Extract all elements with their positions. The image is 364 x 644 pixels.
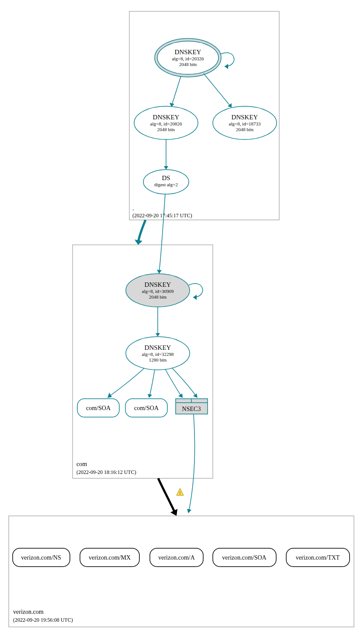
edge-com-ksk-selfloop bbox=[189, 283, 203, 297]
node-verizon-txt: verizon.com/TXT bbox=[286, 548, 350, 567]
svg-marker-24 bbox=[193, 295, 197, 300]
edge-ds-comksk bbox=[159, 194, 165, 273]
node-com-soa2: com/SOA bbox=[125, 399, 167, 417]
svg-text:alg=8, id=20826: alg=8, id=20826 bbox=[150, 121, 182, 126]
svg-text:DNSKEY: DNSKEY bbox=[232, 114, 258, 121]
svg-text:alg=8, id=18733: alg=8, id=18733 bbox=[229, 121, 261, 126]
warning-icon: ! bbox=[177, 488, 184, 495]
svg-text:verizon.com/NS: verizon.com/NS bbox=[21, 554, 61, 561]
dnssec-diagram: . (2022-09-20 17:45:17 UTC) DNSKEY alg=8… bbox=[0, 0, 364, 644]
svg-marker-30 bbox=[156, 333, 160, 337]
svg-text:2048 bits: 2048 bits bbox=[157, 127, 175, 132]
zone-verizon-label: verizon.com bbox=[13, 609, 44, 615]
svg-text:DNSKEY: DNSKEY bbox=[145, 281, 171, 288]
svg-text:1280 bits: 1280 bits bbox=[149, 357, 167, 362]
svg-marker-25 bbox=[157, 270, 162, 274]
zone-root-label: . bbox=[132, 205, 134, 212]
node-verizon-ns: verizon.com/NS bbox=[13, 548, 70, 567]
svg-text:verizon.com/SOA: verizon.com/SOA bbox=[222, 554, 267, 561]
zone-root-timestamp: (2022-09-20 17:45:17 UTC) bbox=[132, 212, 192, 219]
edge-comzsk-soa2 bbox=[149, 370, 155, 397]
svg-text:DNSKEY: DNSKEY bbox=[175, 49, 201, 56]
svg-text:alg=8, id=32298: alg=8, id=32298 bbox=[142, 352, 174, 357]
edge-comzsk-nsec3-a bbox=[165, 369, 182, 397]
node-nsec3: NSEC3 bbox=[176, 399, 208, 414]
node-com-zsk: DNSKEY alg=8, id=32298 1280 bits bbox=[126, 337, 190, 370]
edge-com-to-verizon-delegation bbox=[158, 478, 175, 512]
node-root-ksk: DNSKEY alg=8, id=20326 2048 bits bbox=[155, 38, 221, 77]
node-root-zsk1: DNSKEY alg=8, id=20826 2048 bits bbox=[134, 106, 198, 139]
node-verizon-a: verizon.com/A bbox=[150, 548, 203, 567]
svg-text:2048 bits: 2048 bits bbox=[179, 62, 197, 67]
node-com-ksk: DNSKEY alg=8, id=30909 2048 bits bbox=[126, 274, 190, 307]
edge-comzsk-nsec3-b bbox=[172, 368, 197, 397]
edge-comzsk-soa1 bbox=[108, 368, 144, 397]
edge-rootksk-zsk1 bbox=[171, 76, 181, 107]
svg-marker-42 bbox=[193, 393, 198, 398]
svg-text:verizon.com/MX: verizon.com/MX bbox=[89, 554, 131, 561]
zone-verizon-timestamp: (2022-09-20 19:56:08 UTC) bbox=[13, 617, 73, 623]
svg-text:2048 bits: 2048 bits bbox=[236, 127, 254, 132]
edge-nsec3-verizon bbox=[189, 414, 194, 512]
svg-text:com/SOA: com/SOA bbox=[134, 405, 159, 411]
svg-text:verizon.com/A: verizon.com/A bbox=[158, 554, 195, 561]
svg-marker-40 bbox=[148, 394, 152, 398]
arrow-root-ksk-selfloop bbox=[225, 64, 228, 69]
svg-marker-19 bbox=[135, 240, 142, 245]
node-com-soa1: com/SOA bbox=[77, 399, 119, 417]
svg-text:alg=8, id=30909: alg=8, id=30909 bbox=[142, 289, 174, 294]
svg-marker-44 bbox=[187, 509, 191, 513]
svg-text:digest alg=2: digest alg=2 bbox=[154, 182, 178, 187]
svg-text:verizon.com/TXT: verizon.com/TXT bbox=[296, 554, 340, 561]
edge-root-to-com-delegation bbox=[138, 220, 146, 243]
node-verizon-soa: verizon.com/SOA bbox=[213, 548, 276, 567]
edge-rootksk-zsk2 bbox=[204, 73, 232, 108]
svg-text:alg=8, id=20326: alg=8, id=20326 bbox=[172, 56, 204, 61]
svg-marker-41 bbox=[178, 393, 183, 398]
svg-text:NSEC3: NSEC3 bbox=[182, 406, 201, 412]
zone-com-timestamp: (2022-09-20 18:16:12 UTC) bbox=[76, 469, 136, 475]
svg-marker-18 bbox=[164, 166, 168, 170]
svg-text:DNSKEY: DNSKEY bbox=[145, 344, 171, 351]
zone-verizon-box bbox=[9, 516, 354, 627]
svg-text:2048 bits: 2048 bits bbox=[149, 294, 167, 299]
node-verizon-mx: verizon.com/MX bbox=[80, 548, 139, 567]
node-ds: DS digest alg=2 bbox=[143, 170, 189, 194]
edge-root-ksk-selfloop bbox=[220, 52, 234, 66]
zone-com-label: com bbox=[76, 461, 87, 467]
svg-text:DS: DS bbox=[162, 174, 170, 181]
svg-text:DNSKEY: DNSKEY bbox=[153, 114, 180, 121]
svg-text:com/SOA: com/SOA bbox=[86, 405, 111, 411]
svg-text:!: ! bbox=[179, 491, 180, 495]
node-root-zsk2: DNSKEY alg=8, id=18733 2048 bits bbox=[213, 106, 277, 139]
